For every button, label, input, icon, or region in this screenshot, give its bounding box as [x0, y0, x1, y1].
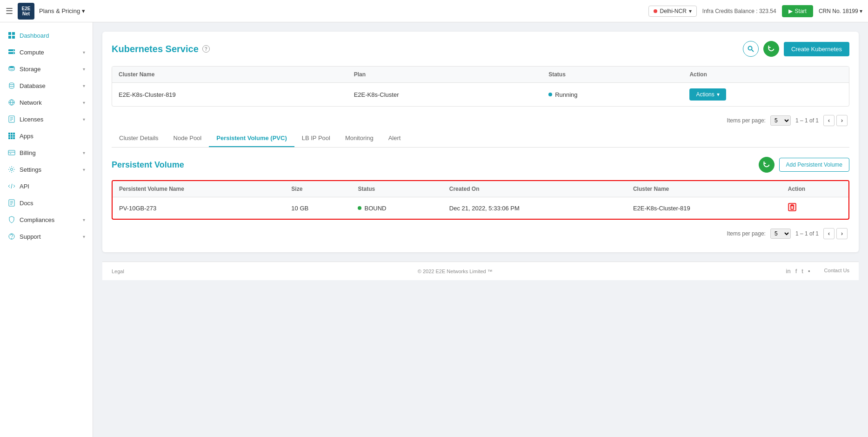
- pv-cluster-name-cell: E2E-K8s-Cluster-819: [627, 197, 781, 219]
- pv-action-cell: [781, 197, 848, 219]
- delete-button[interactable]: [788, 205, 796, 213]
- region-selector[interactable]: Delhi-NCR ▾: [648, 6, 696, 17]
- pv-pagination-next[interactable]: ›: [836, 228, 848, 239]
- sidebar-item-billing[interactable]: Billing ▾: [0, 144, 93, 161]
- table-row: E2E-K8s-Cluster-819 E2E-K8s-Cluster Runn…: [112, 83, 849, 107]
- chevron-down-icon: ▾: [83, 117, 85, 122]
- add-persistent-volume-button[interactable]: Add Persistent Volume: [779, 158, 849, 172]
- svg-rect-23: [11, 137, 13, 139]
- svg-rect-1: [12, 32, 15, 35]
- svg-rect-3: [12, 36, 15, 39]
- billing-icon: [7, 148, 16, 157]
- sidebar-item-label: Database: [20, 82, 79, 89]
- col-pv-status: Status: [351, 181, 442, 197]
- svg-point-7: [13, 53, 14, 54]
- api-icon: [7, 182, 16, 190]
- sidebar-item-storage[interactable]: Storage ▾: [0, 61, 93, 77]
- clusters-table: Cluster Name Plan Status Action E2E-K8s-…: [112, 67, 849, 106]
- col-pv-action: Action: [781, 181, 848, 197]
- tab-alert[interactable]: Alert: [381, 130, 408, 147]
- svg-rect-19: [8, 135, 10, 137]
- status-text: Running: [555, 91, 577, 98]
- chevron-down-icon: ▾: [83, 150, 85, 155]
- sidebar-item-label: Compliances: [20, 216, 79, 223]
- crn-label[interactable]: CRN No. 18199 ▾: [819, 8, 862, 14]
- sidebar-item-label: Apps: [20, 133, 85, 140]
- sidebar-item-label: Licenses: [20, 116, 79, 123]
- logo: E2ENet: [18, 3, 34, 20]
- twitter-icon[interactable]: t: [801, 268, 803, 275]
- sidebar-item-label: Dashboard: [20, 32, 85, 39]
- content-card: Kubernetes Service ? Create Kubernetes: [102, 32, 859, 252]
- pagination-nav: ‹ ›: [823, 115, 848, 126]
- network-icon: [7, 98, 16, 107]
- plans-pricing-arrow: ▾: [82, 7, 85, 14]
- facebook-icon[interactable]: f: [795, 268, 797, 275]
- grid-icon: [7, 31, 16, 40]
- sidebar-item-docs[interactable]: Docs: [0, 195, 93, 211]
- tab-monitoring[interactable]: Monitoring: [338, 130, 381, 147]
- col-cluster-name: Cluster Name: [112, 67, 347, 83]
- pv-pagination-prev[interactable]: ‹: [823, 228, 835, 239]
- search-icon: [747, 45, 754, 53]
- pv-status-text: BOUND: [364, 205, 386, 212]
- logo-text: E2ENet: [22, 6, 31, 16]
- svg-rect-18: [13, 133, 15, 134]
- chevron-down-icon: ▾: [83, 234, 85, 239]
- search-button[interactable]: [743, 41, 759, 57]
- sidebar-item-api[interactable]: API: [0, 178, 93, 195]
- items-per-page-label: Items per page:: [727, 117, 766, 124]
- hamburger-menu[interactable]: ☰: [6, 6, 13, 16]
- info-icon[interactable]: ?: [202, 45, 210, 53]
- pv-header-actions: Add Persistent Volume: [759, 157, 849, 173]
- linkedin-icon[interactable]: in: [786, 268, 791, 275]
- compliances-icon: [7, 215, 16, 224]
- col-plan: Plan: [347, 67, 542, 83]
- topbar-right: Delhi-NCR ▾ Infra Credits Balance : 323.…: [648, 5, 862, 17]
- pv-status-dot: [358, 206, 361, 210]
- storage-icon: [7, 65, 16, 73]
- sidebar-item-database[interactable]: Database ▾: [0, 77, 93, 94]
- region-arrow: ▾: [689, 8, 692, 14]
- footer-social: in f t ▪ Contact Us: [786, 268, 849, 275]
- footer-legal[interactable]: Legal: [112, 269, 124, 274]
- start-label: Start: [795, 8, 807, 14]
- tab-cluster-details[interactable]: Cluster Details: [112, 130, 166, 147]
- sidebar-item-compliances[interactable]: Compliances ▾: [0, 211, 93, 228]
- pagination-range: 1 – 1 of 1: [795, 117, 819, 124]
- start-button[interactable]: ▶ Start: [782, 5, 813, 17]
- pv-pagination-nav: ‹ ›: [823, 228, 848, 239]
- create-kubernetes-button[interactable]: Create Kubernetes: [784, 42, 849, 56]
- tab-persistent-volume[interactable]: Persistent Volume (PVC): [209, 130, 294, 147]
- region-label: Delhi-NCR: [660, 8, 686, 14]
- sidebar-item-dashboard[interactable]: Dashboard: [0, 27, 93, 44]
- actions-button[interactable]: Actions ▾: [689, 88, 726, 101]
- sidebar-item-licenses[interactable]: Licenses ▾: [0, 111, 93, 128]
- pv-status: BOUND: [358, 205, 436, 212]
- plans-pricing-dropdown[interactable]: Plans & Pricing ▾: [39, 7, 85, 14]
- sidebar-item-settings[interactable]: Settings ▾: [0, 161, 93, 178]
- svg-rect-0: [8, 32, 11, 35]
- sidebar-item-compute[interactable]: Compute ▾: [0, 44, 93, 61]
- chevron-down-icon: ▾: [83, 100, 85, 105]
- pv-refresh-button[interactable]: [759, 157, 775, 173]
- items-per-page-select[interactable]: 5 10 20: [770, 115, 791, 126]
- tab-node-pool[interactable]: Node Pool: [166, 130, 209, 147]
- pv-items-per-page-select[interactable]: 5 10 20: [770, 229, 791, 239]
- sidebar-item-apps[interactable]: Apps: [0, 128, 93, 144]
- contact-us-link[interactable]: Contact Us: [824, 268, 849, 275]
- svg-point-35: [748, 47, 752, 50]
- svg-point-8: [9, 66, 14, 68]
- sidebar-item-support[interactable]: Support ▾: [0, 228, 93, 245]
- pagination-next[interactable]: ›: [836, 115, 848, 126]
- rss-icon[interactable]: ▪: [808, 268, 810, 275]
- sidebar-item-network[interactable]: Network ▾: [0, 94, 93, 111]
- table-row: PV-10GB-273 10 GB BOUND Dec 21, 2022, 5:…: [113, 197, 848, 219]
- svg-point-34: [12, 239, 12, 239]
- refresh-button[interactable]: [763, 41, 779, 57]
- page-header: Kubernetes Service ? Create Kubernetes: [112, 41, 849, 57]
- pagination-prev[interactable]: ‹: [823, 115, 835, 126]
- pv-size-cell: 10 GB: [285, 197, 351, 219]
- tab-lb-ip-pool[interactable]: LB IP Pool: [294, 130, 338, 147]
- delete-icon: [788, 203, 796, 211]
